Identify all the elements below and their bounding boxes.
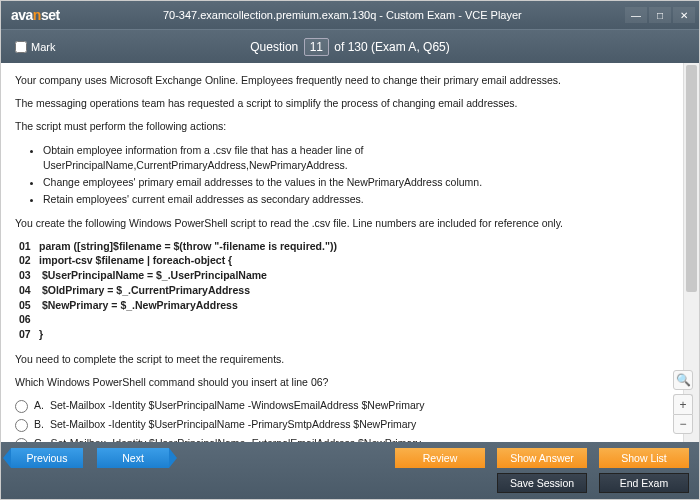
list-item: Retain employees' current email addresse…: [43, 192, 669, 207]
list-item: Obtain employee information from a .csv …: [43, 143, 669, 173]
maximize-button[interactable]: □: [649, 7, 671, 23]
intro-text: Your company uses Microsoft Exchange Onl…: [15, 73, 669, 88]
minimize-button[interactable]: —: [625, 7, 647, 23]
app-logo: avanset: [11, 7, 60, 23]
zoom-in-button[interactable]: +: [673, 394, 693, 414]
review-button[interactable]: Review: [395, 448, 485, 468]
code-block: 01param ([string]$filename = $(throw "-f…: [19, 239, 669, 342]
answer-radio[interactable]: [15, 400, 28, 413]
zoom-out-button[interactable]: −: [673, 414, 693, 434]
answer-radio[interactable]: [15, 438, 28, 442]
window-title: 70-347.examcollection.premium.exam.130q …: [60, 9, 625, 21]
intro-text-2: The messaging operations team has reques…: [15, 96, 669, 111]
code-lead: You create the following Windows PowerSh…: [15, 216, 669, 231]
close-button[interactable]: ✕: [673, 7, 695, 23]
question-header: Mark Question 11 of 130 (Exam A, Q65): [1, 29, 699, 63]
mark-checkbox-area[interactable]: Mark: [15, 41, 115, 53]
answer-option-a[interactable]: A. Set-Mailbox -Identity $UserPrincipalN…: [15, 398, 669, 413]
show-answer-button[interactable]: Show Answer: [497, 448, 587, 468]
answer-option-b[interactable]: B. Set-Mailbox -Identity $UserPrincipalN…: [15, 417, 669, 432]
next-button[interactable]: Next: [97, 448, 169, 468]
list-item: Change employees' primary email addresse…: [43, 175, 669, 190]
requirements-list: Obtain employee information from a .csv …: [43, 143, 669, 208]
magnify-icon[interactable]: 🔍: [673, 370, 693, 390]
scroll-thumb[interactable]: [686, 65, 697, 292]
end-exam-button[interactable]: End Exam: [599, 473, 689, 493]
question-content: Your company uses Microsoft Exchange Onl…: [1, 63, 699, 442]
save-session-button[interactable]: Save Session: [497, 473, 587, 493]
mark-label: Mark: [31, 41, 55, 53]
show-list-button[interactable]: Show List: [599, 448, 689, 468]
requirements-lead: The script must perform the following ac…: [15, 119, 669, 134]
task-text: You need to complete the script to meet …: [15, 352, 669, 367]
previous-button[interactable]: Previous: [11, 448, 83, 468]
question-number: 11: [304, 38, 329, 56]
answer-option-c[interactable]: C. Set-Mailbox -Identity $UserPrincipalN…: [15, 436, 669, 442]
question-indicator: Question 11 of 130 (Exam A, Q65): [115, 38, 585, 56]
answer-radio[interactable]: [15, 419, 28, 432]
footer-bar: Previous Next Review Show Answer Show Li…: [1, 442, 699, 499]
answer-options: A. Set-Mailbox -Identity $UserPrincipalN…: [15, 398, 669, 442]
title-bar: avanset 70-347.examcollection.premium.ex…: [1, 1, 699, 29]
mark-checkbox[interactable]: [15, 41, 27, 53]
question-text: Which Windows PowerShell command should …: [15, 375, 669, 390]
